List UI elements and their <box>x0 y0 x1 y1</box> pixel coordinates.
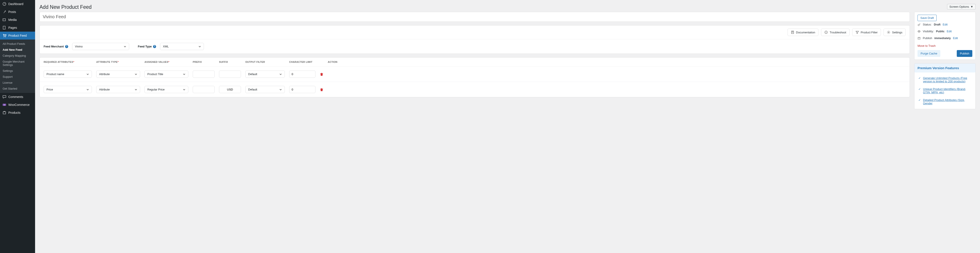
sidebar-item-posts[interactable]: Posts <box>0 8 35 16</box>
help-icon[interactable]: ? <box>65 45 68 48</box>
assigned-select[interactable]: Regular Price <box>145 86 188 93</box>
limit-input[interactable] <box>289 86 315 93</box>
svg-point-17 <box>919 31 920 32</box>
woo-icon: W <box>2 102 6 107</box>
submenu-all-feeds[interactable]: All Product Feeds <box>0 41 35 47</box>
visibility-label: Visibility: <box>923 30 934 33</box>
save-draft-button[interactable]: Save Draft <box>918 15 937 21</box>
col-assigned: Assigned Values <box>145 61 188 63</box>
prefix-input[interactable] <box>193 70 215 78</box>
menu-label: Posts <box>8 10 16 14</box>
type-select[interactable]: Attribute <box>96 70 140 78</box>
help-icon[interactable]: ? <box>153 45 156 48</box>
sidebar-item-products[interactable]: Products <box>0 109 35 117</box>
suffix-input[interactable] <box>219 86 241 93</box>
menu-label: Pages <box>8 26 17 29</box>
feed-type-select[interactable]: XML <box>160 43 204 50</box>
svg-point-2 <box>3 19 4 20</box>
col-output: Output Filter <box>245 61 285 63</box>
key-icon <box>918 23 921 26</box>
chevron-down-icon: ▼ <box>970 5 973 8</box>
edit-visibility-link[interactable]: Edit <box>947 30 951 33</box>
sidebar-item-woocommerce[interactable]: W WooCommerce <box>0 101 35 109</box>
submenu-add-new[interactable]: Add New Feed <box>0 47 35 53</box>
submenu-product-feed: All Product Feeds Add New Feed Category … <box>0 40 35 93</box>
products-icon <box>2 110 6 115</box>
menu-label: Dashboard <box>8 2 24 6</box>
product-filter-button[interactable]: Product Filter <box>852 29 881 36</box>
documentation-button[interactable]: Documentation <box>788 29 818 36</box>
attr-select[interactable]: Price <box>44 86 92 93</box>
screen-options-label: Screen Options <box>950 5 969 8</box>
page-icon <box>2 26 6 30</box>
chevron-down-icon <box>86 88 89 91</box>
chevron-down-icon <box>199 45 201 48</box>
delete-row-button[interactable] <box>320 72 337 76</box>
output-select[interactable]: Default <box>245 86 285 93</box>
submenu-google-merchant[interactable]: Google Merchant Settings <box>0 59 35 68</box>
gear-icon <box>887 30 890 34</box>
svg-point-5 <box>5 37 6 37</box>
screen-options-button[interactable]: Screen Options ▼ <box>947 4 975 10</box>
settings-button[interactable]: Settings <box>883 29 906 36</box>
list-item: ✓ Detailed Product Attributes (Size, Gen… <box>918 96 972 107</box>
prefix-input[interactable] <box>193 86 215 93</box>
attr-select[interactable]: Product name <box>44 70 92 78</box>
submenu-category-mapping[interactable]: Category Mapping <box>0 53 35 59</box>
chevron-down-icon <box>279 88 282 91</box>
feed-merchant-select[interactable]: Vivino <box>72 43 129 50</box>
suffix-input[interactable] <box>219 70 241 78</box>
svg-rect-8 <box>3 112 6 114</box>
promo-heading: Premium Version Features <box>915 64 975 72</box>
delete-row-button[interactable] <box>320 88 337 91</box>
promo-link[interactable]: Generate Unlimited Products (Free versio… <box>923 77 972 83</box>
chevron-down-icon <box>279 73 282 75</box>
submenu-settings[interactable]: Settings <box>0 68 35 74</box>
publish-value: immediately <box>934 37 951 40</box>
output-select[interactable]: Default <box>245 70 285 78</box>
select-value: Vivino <box>75 45 83 48</box>
sidebar-item-media[interactable]: Media <box>0 16 35 24</box>
edit-status-link[interactable]: Edit <box>943 23 948 26</box>
sidebar-item-dashboard[interactable]: Dashboard <box>0 0 35 8</box>
admin-sidebar: Dashboard Posts Media Pages Product Feed… <box>0 0 35 253</box>
sidebar-item-comments[interactable]: Comments <box>0 93 35 101</box>
filter-icon <box>856 30 859 34</box>
button-label: Settings <box>892 31 902 34</box>
move-trash-link[interactable]: Move to Trash <box>918 44 935 47</box>
media-icon <box>2 18 6 22</box>
chevron-down-icon <box>183 73 186 75</box>
publish-label: Publish <box>923 37 932 40</box>
troubleshoot-button[interactable]: Troubleshoot <box>821 29 850 36</box>
select-value: XML <box>163 45 169 48</box>
purge-cache-button[interactable]: Purge Cache <box>918 50 940 57</box>
feed-type-label: Feed Type ? <box>138 45 156 48</box>
menu-label: Products <box>8 111 21 114</box>
feed-merchant-label: Feed Merchant ? <box>44 45 68 48</box>
limit-input[interactable] <box>289 70 315 78</box>
type-select[interactable]: Attribute <box>96 86 140 93</box>
menu-label: Product Feed <box>8 34 27 37</box>
sidebar-item-product-feed[interactable]: Product Feed <box>0 32 35 40</box>
title-panel <box>40 12 910 22</box>
submenu-support[interactable]: Support <box>0 74 35 80</box>
table-row: Product name Attribute Product Title Def… <box>40 66 910 82</box>
col-prefix: Prefix <box>193 61 215 63</box>
col-suffix: Suffix <box>219 61 241 63</box>
edit-publish-link[interactable]: Edit <box>953 37 958 40</box>
promo-link[interactable]: Detailed Product Attributes (Size, Gende… <box>923 98 972 105</box>
assigned-select[interactable]: Product Title <box>145 70 188 78</box>
promo-link[interactable]: Unique Product Identifiers (Brand, GTIN,… <box>923 87 972 94</box>
feed-title-input[interactable] <box>40 12 910 21</box>
menu-label: Comments <box>8 95 23 99</box>
menu-label: WooCommerce <box>8 103 30 107</box>
submenu-get-started[interactable]: Get Started <box>0 86 35 91</box>
submenu-license[interactable]: License <box>0 80 35 86</box>
cart-icon <box>2 34 6 38</box>
visibility-value: Public <box>936 30 945 33</box>
publish-button[interactable]: Publish <box>957 50 972 57</box>
comment-icon <box>2 94 6 99</box>
sidebar-item-pages[interactable]: Pages <box>0 24 35 32</box>
eye-icon <box>918 30 921 33</box>
attributes-table: Required Attributes Attribute Type Assig… <box>40 57 910 97</box>
